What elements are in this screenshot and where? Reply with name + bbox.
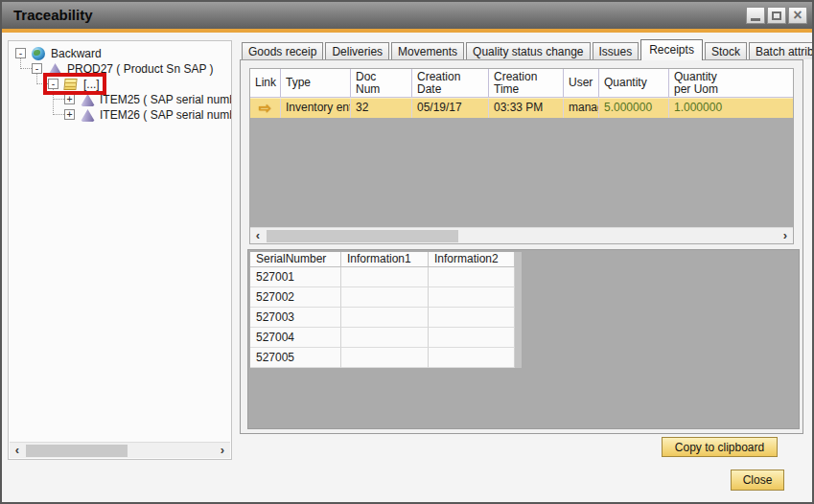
cone-icon bbox=[81, 94, 95, 106]
col-header-type: Type bbox=[281, 69, 351, 97]
tab-issues[interactable]: Issues bbox=[593, 42, 640, 59]
serials-area: SerialNumber Information1 Information2 5… bbox=[247, 249, 800, 429]
cell-creation-date: 05/19/17 bbox=[412, 99, 489, 118]
cell-info2 bbox=[429, 328, 515, 348]
tree-node-label: ITEM25 ( SAP serial numbe bbox=[100, 92, 232, 107]
cell-info2 bbox=[429, 287, 515, 308]
scroll-right-icon[interactable] bbox=[215, 443, 230, 458]
tree-node-backward[interactable]: - Backward bbox=[9, 46, 231, 61]
window-controls bbox=[746, 7, 807, 24]
accent-bar bbox=[2, 29, 812, 33]
col-header-information1: Information1 bbox=[341, 252, 429, 267]
close-icon bbox=[793, 9, 802, 23]
serial-row[interactable]: 527003 bbox=[250, 308, 515, 328]
serials-grid-vertical-scrollbar[interactable] bbox=[515, 252, 522, 368]
expand-icon[interactable]: + bbox=[64, 109, 75, 120]
tree-horizontal-scrollbar[interactable] bbox=[10, 442, 230, 458]
tree-node-prod27[interactable]: - PROD27 ( Product Sn SAP ) bbox=[9, 61, 231, 77]
maximize-icon bbox=[772, 11, 781, 20]
cell-serial: 527001 bbox=[250, 267, 341, 287]
tab-receipts[interactable]: Receipts bbox=[640, 39, 703, 60]
scroll-right-icon[interactable] bbox=[778, 228, 793, 243]
cell-creation-time: 03:33 PM bbox=[489, 99, 564, 118]
notes-icon bbox=[63, 79, 77, 90]
tree-panel: - Backward - PROD27 ( Product Sn SAP ) -… bbox=[8, 40, 232, 460]
tree-node-item26[interactable]: + ITEM26 ( SAP serial numbe bbox=[9, 107, 231, 123]
cell-info1 bbox=[341, 328, 429, 348]
serial-row[interactable]: 527001 bbox=[250, 267, 515, 287]
col-header-quantity: Quantity bbox=[599, 69, 669, 97]
cell-info2 bbox=[429, 267, 515, 287]
window-title: Traceability bbox=[13, 2, 93, 29]
cell-info1 bbox=[341, 267, 429, 287]
traceability-window: Traceability - Backward - PROD27 ( Produ… bbox=[0, 0, 814, 504]
tree-node-batch[interactable]: - [...] bbox=[9, 77, 231, 92]
tree-node-label: [...] bbox=[83, 77, 100, 92]
titlebar[interactable]: Traceability bbox=[2, 2, 812, 29]
col-header-creation-date: Creation Date bbox=[412, 69, 489, 97]
maximize-button[interactable] bbox=[767, 7, 786, 24]
tab-quality-status-change[interactable]: Quality status change bbox=[466, 42, 590, 59]
expand-icon[interactable]: + bbox=[64, 94, 75, 104]
collapse-icon[interactable]: - bbox=[48, 79, 58, 89]
cell-link bbox=[250, 99, 281, 118]
cell-type: Inventory enter bbox=[281, 99, 351, 118]
cell-user: manager bbox=[564, 99, 599, 118]
receipts-grid: Link Type Doc Num Creation Date Creation… bbox=[249, 68, 794, 244]
tab-movements[interactable]: Movements bbox=[391, 42, 464, 59]
serial-row[interactable]: 527005 bbox=[250, 348, 515, 368]
minimize-button[interactable] bbox=[746, 7, 765, 24]
scrollbar-thumb[interactable] bbox=[267, 230, 458, 242]
col-header-serial-number: SerialNumber bbox=[250, 252, 341, 267]
serials-grid-header: SerialNumber Information1 Information2 bbox=[250, 252, 515, 267]
close-window-button[interactable] bbox=[788, 7, 807, 24]
cell-info1 bbox=[341, 287, 429, 308]
cell-info1 bbox=[341, 308, 429, 328]
tree-node-label: PROD27 ( Product Sn SAP ) bbox=[67, 61, 214, 77]
col-header-user: User bbox=[564, 69, 599, 97]
cone-icon bbox=[81, 109, 95, 122]
tree-node-label: ITEM26 ( SAP serial numbe bbox=[100, 107, 232, 123]
cell-serial: 527005 bbox=[250, 348, 341, 368]
tab-deliveries[interactable]: Deliveries bbox=[325, 42, 389, 59]
tab-strip: Goods receip Deliveries Movements Qualit… bbox=[242, 38, 814, 60]
copy-to-clipboard-button[interactable]: Copy to clipboard bbox=[662, 437, 778, 457]
tab-goods-receipt[interactable]: Goods receip bbox=[242, 42, 323, 59]
grid-horizontal-scrollbar[interactable] bbox=[250, 227, 793, 243]
scroll-left-icon[interactable] bbox=[10, 443, 25, 458]
col-header-creation-time: Creation Time bbox=[489, 69, 564, 97]
collapse-icon[interactable]: - bbox=[15, 48, 26, 58]
globe-icon bbox=[32, 47, 45, 60]
cell-serial: 527004 bbox=[250, 328, 341, 348]
cell-info1 bbox=[341, 348, 429, 368]
serial-row[interactable]: 527004 bbox=[250, 328, 515, 348]
tree-node-item25[interactable]: + ITEM25 ( SAP serial numbe bbox=[9, 92, 231, 107]
tab-stock[interactable]: Stock bbox=[705, 42, 747, 59]
grid-empty-area bbox=[250, 118, 793, 228]
tab-batch-attribute[interactable]: Batch attribute bbox=[749, 42, 814, 59]
cell-doc-num: 32 bbox=[351, 99, 412, 118]
minimize-icon bbox=[751, 18, 760, 21]
cell-quantity: 5.000000 bbox=[599, 99, 669, 118]
receipt-row[interactable]: Inventory enter 32 05/19/17 03:33 PM man… bbox=[250, 98, 793, 118]
scrollbar-thumb[interactable] bbox=[26, 445, 128, 457]
cell-serial: 527003 bbox=[250, 308, 341, 328]
receipts-tab-panel: Link Type Doc Num Creation Date Creation… bbox=[240, 59, 803, 434]
close-dialog-button[interactable]: Close bbox=[731, 470, 784, 491]
serials-grid: SerialNumber Information1 Information2 5… bbox=[250, 252, 515, 368]
cell-serial: 527002 bbox=[250, 287, 341, 308]
cell-info2 bbox=[429, 348, 515, 368]
cone-icon bbox=[48, 63, 62, 76]
collapse-icon[interactable]: - bbox=[32, 63, 42, 74]
tree-node-label: Backward bbox=[51, 46, 102, 61]
col-header-doc-num: Doc Num bbox=[351, 69, 412, 97]
cell-info2 bbox=[429, 308, 515, 328]
col-header-quantity-per-uom: Quantity per Uom bbox=[669, 69, 793, 97]
col-header-information2: Information2 bbox=[429, 252, 515, 267]
cell-quantity-per-uom: 1.000000 bbox=[669, 99, 793, 118]
link-arrow-icon[interactable] bbox=[259, 99, 271, 118]
serial-row[interactable]: 527002 bbox=[250, 287, 515, 308]
scroll-left-icon[interactable] bbox=[250, 228, 266, 243]
col-header-link: Link bbox=[250, 69, 281, 97]
receipts-grid-header: Link Type Doc Num Creation Date Creation… bbox=[250, 69, 793, 98]
